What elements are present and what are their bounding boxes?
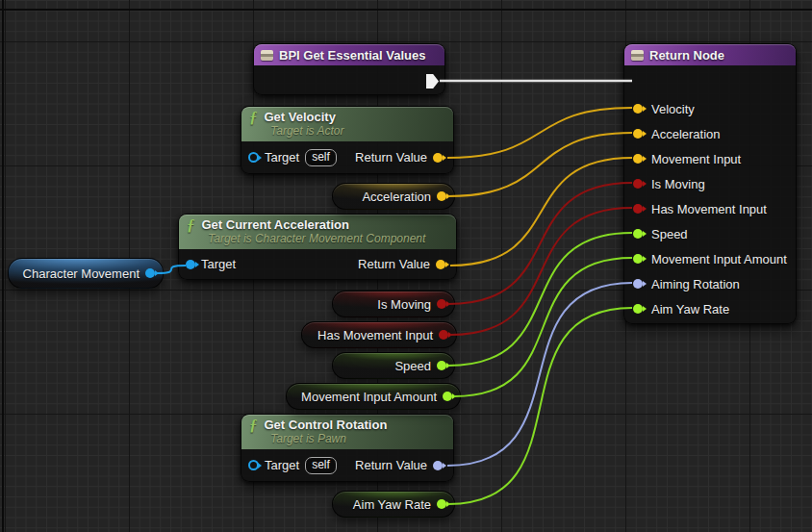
pin-movement-input-amount[interactable] xyxy=(633,254,643,264)
wire-movement-input xyxy=(450,158,632,266)
node-header: ƒ Get Control Rotation Target is Pawn xyxy=(241,415,453,449)
variable-label: Aim Yaw Rate xyxy=(353,497,431,512)
variable-node-acceleration[interactable]: Acceleration xyxy=(332,183,455,210)
return-pin-row: Speed xyxy=(624,221,796,246)
return-pin-row: Movement Input Amount xyxy=(624,246,796,271)
return-value-pin[interactable] xyxy=(433,461,443,470)
pin-label: Acceleration xyxy=(651,127,721,141)
event-node-icon xyxy=(261,50,273,61)
function-icon: ƒ xyxy=(187,218,195,232)
variable-label: Movement Input Amount xyxy=(301,390,437,404)
function-icon: ƒ xyxy=(249,418,258,432)
output-pin[interactable] xyxy=(437,361,446,370)
node-get-control-rotation[interactable]: ƒ Get Control Rotation Target is Pawn Ta… xyxy=(241,414,454,482)
return-pin-row: Acceleration xyxy=(624,121,796,146)
return-pin-row: Movement Input xyxy=(624,146,796,171)
output-pin[interactable] xyxy=(439,330,448,340)
variable-label: Speed xyxy=(394,359,431,373)
output-pin[interactable] xyxy=(145,268,155,278)
variable-label: Is Moving xyxy=(377,297,431,312)
variable-node-has-movement-input[interactable]: Has Movement Input xyxy=(301,321,457,348)
node-title: BPI Get Essential Values xyxy=(279,48,425,63)
variable-label: Character Movement xyxy=(23,266,140,281)
self-reference-box[interactable]: self xyxy=(305,457,337,474)
node-bpi-get-essential-values[interactable]: BPI Get Essential Values xyxy=(253,43,445,95)
variable-node-character-movement[interactable]: Character Movement xyxy=(8,258,164,289)
wire-velocity xyxy=(447,108,632,158)
node-title: Get Control Rotation xyxy=(265,418,388,432)
variable-label: Has Movement Input xyxy=(317,328,433,342)
pin-label: Target xyxy=(265,150,299,165)
output-pin[interactable] xyxy=(437,191,446,201)
pin-label: Target xyxy=(201,257,236,271)
return-pin-row: Aim Yaw Rate xyxy=(624,296,796,321)
wire-movement-input-amount xyxy=(454,258,632,396)
target-input-pin[interactable] xyxy=(248,152,259,163)
return-node-icon xyxy=(631,50,644,61)
grid-origin-vertical xyxy=(2,0,4,532)
pin-label: Aiming Rotation xyxy=(651,277,740,291)
wire-acceleration xyxy=(448,133,632,196)
pin-label: Is Moving xyxy=(651,177,705,191)
variable-node-movement-input-amount[interactable]: Movement Input Amount xyxy=(286,383,461,410)
return-value-pin[interactable] xyxy=(436,260,445,269)
wire-speed xyxy=(448,233,632,366)
variable-node-is-moving[interactable]: Is Moving xyxy=(332,291,455,317)
pin-label: Return Value xyxy=(355,150,427,165)
pin-is-moving[interactable] xyxy=(633,179,643,189)
target-input-pin[interactable] xyxy=(248,460,259,470)
pin-acceleration[interactable] xyxy=(633,129,643,139)
pin-label: Return Value xyxy=(355,458,427,472)
return-pin-row: Aiming Rotation xyxy=(624,271,796,296)
target-input-pin[interactable] xyxy=(186,260,195,269)
node-get-current-acceleration[interactable]: ƒ Get Current Acceleration Target is Cha… xyxy=(178,214,457,280)
pin-label: Movement Input xyxy=(651,152,741,166)
node-return[interactable]: Return Node Velocity Acceleration Moveme… xyxy=(623,43,797,324)
pin-label: Target xyxy=(265,458,299,472)
node-header: ƒ Get Current Acceleration Target is Cha… xyxy=(179,215,456,249)
node-header: BPI Get Essential Values xyxy=(254,44,444,65)
pin-aim-yaw-rate[interactable] xyxy=(633,304,643,314)
return-pin-row: Is Moving xyxy=(624,171,796,196)
pin-movement-input[interactable] xyxy=(633,154,643,164)
pin-label: Velocity xyxy=(651,102,695,116)
pin-label: Aim Yaw Rate xyxy=(651,302,729,317)
pin-aiming-rotation[interactable] xyxy=(633,279,643,289)
variable-node-speed[interactable]: Speed xyxy=(332,352,455,379)
node-subtitle: Target is Actor xyxy=(270,124,445,138)
node-title: Get Velocity xyxy=(265,110,336,124)
exec-output-pin[interactable] xyxy=(426,74,439,89)
node-header: ƒ Get Velocity Target is Actor xyxy=(241,107,453,141)
node-title: Get Current Acceleration xyxy=(202,217,349,232)
node-subtitle: Target is Character Movement Component xyxy=(208,232,448,245)
grid-origin-horizontal xyxy=(0,9,812,11)
wire-is-moving xyxy=(448,183,632,304)
output-pin[interactable] xyxy=(437,499,446,509)
pin-velocity[interactable] xyxy=(633,104,643,114)
output-pin[interactable] xyxy=(443,392,452,401)
return-value-pin[interactable] xyxy=(433,153,443,163)
return-pin-row: Velocity xyxy=(624,96,796,121)
pin-label: Return Value xyxy=(358,257,430,271)
output-pin[interactable] xyxy=(437,299,446,309)
variable-node-aim-yaw-rate[interactable]: Aim Yaw Rate xyxy=(332,491,455,518)
wire-aim-yaw-rate xyxy=(448,308,632,504)
pin-has-movement-input[interactable] xyxy=(633,204,643,214)
return-pin-row: Has Movement Input xyxy=(624,196,796,221)
pin-label: Speed xyxy=(651,227,688,241)
pin-label: Movement Input Amount xyxy=(651,252,787,266)
wire-aiming-rotation xyxy=(447,283,632,466)
blueprint-graph-canvas[interactable]: BPI Get Essential Values Return Node Vel… xyxy=(0,0,812,532)
wire-has-movement-input xyxy=(450,208,632,335)
function-icon: ƒ xyxy=(249,111,258,124)
variable-label: Acceleration xyxy=(362,190,431,204)
node-get-velocity[interactable]: ƒ Get Velocity Target is Actor Target se… xyxy=(241,106,454,174)
pin-speed[interactable] xyxy=(633,229,643,239)
node-subtitle: Target is Pawn xyxy=(270,432,445,445)
node-header: Return Node xyxy=(624,44,796,65)
node-title: Return Node xyxy=(649,48,724,63)
self-reference-box[interactable]: self xyxy=(305,149,337,166)
pin-label: Has Movement Input xyxy=(651,202,767,216)
